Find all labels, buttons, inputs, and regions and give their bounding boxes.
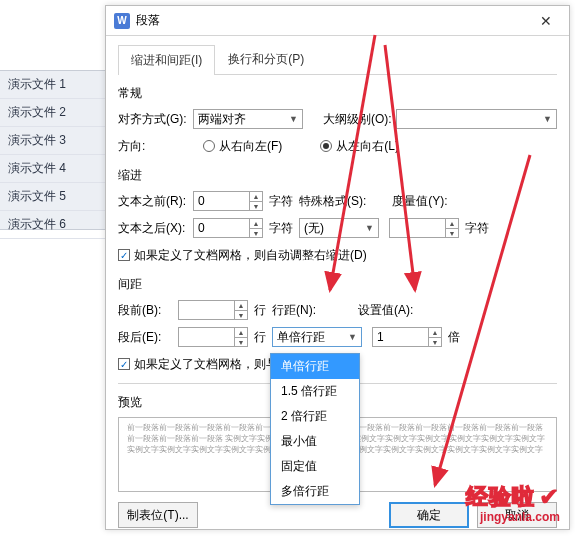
- outline-label: 大纲级别(O):: [323, 111, 392, 128]
- spinner-icon[interactable]: ▲▼: [428, 328, 441, 346]
- alignment-label: 对齐方式(G):: [118, 111, 193, 128]
- linespacing-combo[interactable]: 单倍行距 ▼: [272, 327, 362, 347]
- tab-line-page[interactable]: 换行和分页(P): [215, 44, 317, 74]
- section-general: 常规: [118, 85, 557, 102]
- section-indent: 缩进: [118, 167, 557, 184]
- chevron-down-icon: ▼: [365, 223, 374, 233]
- indent-after-label: 文本之后(X):: [118, 220, 193, 237]
- ok-button[interactable]: 确定: [389, 502, 469, 528]
- paragraph-dialog: W 段落 ✕ 缩进和间距(I) 换行和分页(P) 常规 对齐方式(G): 两端对…: [105, 5, 570, 530]
- title-bar: W 段落 ✕: [106, 6, 569, 36]
- list-item[interactable]: 演示文件 2: [0, 99, 110, 127]
- dialog-title: 段落: [136, 12, 160, 29]
- unit-bei: 倍: [448, 329, 460, 346]
- special-format-combo[interactable]: (无) ▼: [299, 218, 379, 238]
- checkbox-icon: [118, 358, 130, 370]
- background-file-list: 演示文件 1 演示文件 2 演示文件 3 演示文件 4 演示文件 5 演示文件 …: [0, 70, 110, 230]
- combo-value: (无): [304, 220, 324, 237]
- list-item[interactable]: 演示文件 3: [0, 127, 110, 155]
- unit-char: 字符: [269, 220, 293, 237]
- measure-label: 度量值(Y):: [392, 193, 447, 210]
- chevron-down-icon: ▼: [543, 114, 552, 124]
- unit-line: 行: [254, 302, 266, 319]
- spinner-icon[interactable]: ▲▼: [445, 219, 458, 237]
- input-value: 0: [198, 194, 205, 208]
- special-format-label: 特殊格式(S):: [299, 193, 366, 210]
- alignment-value: 两端对齐: [198, 111, 246, 128]
- spacing-after-input[interactable]: ▲▼: [178, 327, 248, 347]
- radio-icon: [320, 140, 332, 152]
- dropdown-option[interactable]: 多倍行距: [271, 479, 359, 504]
- combo-value: 单倍行距: [277, 329, 325, 346]
- radio-label: 从右向左(F): [219, 138, 282, 155]
- checkbox-label: 如果定义了文档网格，则自动调整右缩进(D): [134, 247, 367, 264]
- radio-icon: [203, 140, 215, 152]
- direction-label: 方向:: [118, 138, 193, 155]
- spinner-icon[interactable]: ▲▼: [249, 219, 262, 237]
- spacing-before-input[interactable]: ▲▼: [178, 300, 248, 320]
- unit-char: 字符: [465, 220, 489, 237]
- spinner-icon[interactable]: ▲▼: [234, 301, 247, 319]
- spinner-icon[interactable]: ▲▼: [249, 192, 262, 210]
- dropdown-option[interactable]: 最小值: [271, 429, 359, 454]
- chevron-down-icon: ▼: [348, 332, 357, 342]
- direction-rtl-radio[interactable]: 从右向左(F): [203, 138, 282, 155]
- checkbox-icon: [118, 249, 130, 261]
- tab-indent-spacing[interactable]: 缩进和间距(I): [118, 45, 215, 75]
- outline-combo[interactable]: ▼: [396, 109, 557, 129]
- list-item[interactable]: 演示文件 1: [0, 71, 110, 99]
- dropdown-option[interactable]: 1.5 倍行距: [271, 379, 359, 404]
- unit-char: 字符: [269, 193, 293, 210]
- spacing-after-label: 段后(E):: [118, 329, 178, 346]
- cancel-button[interactable]: 取消: [477, 502, 557, 528]
- input-value: 0: [198, 221, 205, 235]
- setvalue-input[interactable]: 1 ▲▼: [372, 327, 442, 347]
- list-item[interactable]: 演示文件 4: [0, 155, 110, 183]
- dropdown-option[interactable]: 2 倍行距: [271, 404, 359, 429]
- radio-label: 从左向右(L): [336, 138, 399, 155]
- linespacing-dropdown[interactable]: 单倍行距 1.5 倍行距 2 倍行距 最小值 固定值 多倍行距: [270, 353, 360, 505]
- setvalue-label: 设置值(A):: [358, 302, 413, 319]
- linespacing-label: 行距(N):: [272, 302, 316, 319]
- tabstop-button[interactable]: 制表位(T)...: [118, 502, 198, 528]
- spacing-before-label: 段前(B):: [118, 302, 178, 319]
- input-value: 1: [377, 330, 384, 344]
- dropdown-option[interactable]: 单倍行距: [271, 354, 359, 379]
- indent-before-label: 文本之前(R):: [118, 193, 193, 210]
- direction-ltr-radio[interactable]: 从左向右(L): [320, 138, 399, 155]
- measure-input[interactable]: ▲▼: [389, 218, 459, 238]
- indent-before-input[interactable]: 0 ▲▼: [193, 191, 263, 211]
- indent-after-input[interactable]: 0 ▲▼: [193, 218, 263, 238]
- spinner-icon[interactable]: ▲▼: [234, 328, 247, 346]
- section-spacing: 间距: [118, 276, 557, 293]
- list-item[interactable]: 演示文件 6: [0, 211, 110, 239]
- chevron-down-icon: ▼: [289, 114, 298, 124]
- unit-line: 行: [254, 329, 266, 346]
- app-icon: W: [114, 13, 130, 29]
- tab-bar: 缩进和间距(I) 换行和分页(P): [118, 44, 557, 75]
- button-bar: 制表位(T)... 确定 取消: [118, 502, 557, 528]
- alignment-combo[interactable]: 两端对齐 ▼: [193, 109, 303, 129]
- auto-adjust-checkbox[interactable]: 如果定义了文档网格，则自动调整右缩进(D): [118, 247, 367, 264]
- dropdown-option[interactable]: 固定值: [271, 454, 359, 479]
- list-item[interactable]: 演示文件 5: [0, 183, 110, 211]
- close-button[interactable]: ✕: [531, 13, 561, 29]
